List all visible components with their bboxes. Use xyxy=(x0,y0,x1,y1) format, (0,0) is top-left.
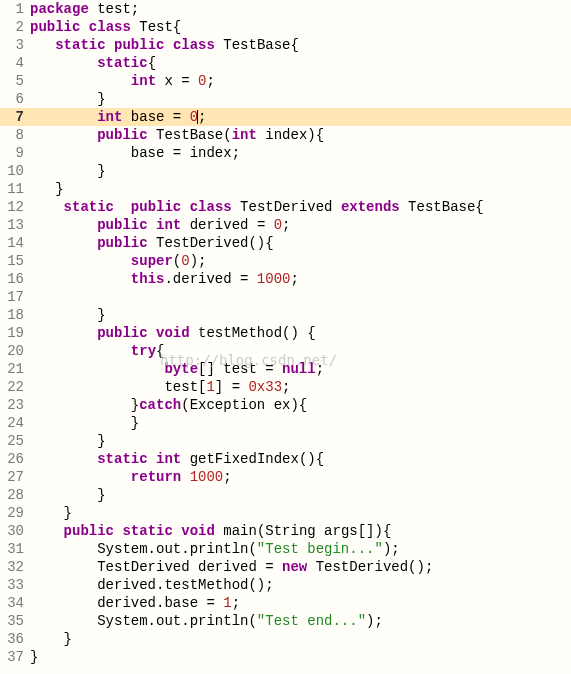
code-line: 32 TestDerived derived = new TestDerived… xyxy=(0,558,571,576)
code-content: public TestBase(int index){ xyxy=(30,126,571,144)
line-number: 35 xyxy=(0,612,30,630)
code-content: derived.testMethod(); xyxy=(30,576,571,594)
code-line: 22 test[1] = 0x33; xyxy=(0,378,571,396)
code-line: 20 try{ xyxy=(0,342,571,360)
code-content: static int getFixedIndex(){ xyxy=(30,450,571,468)
line-number: 5 xyxy=(0,72,30,90)
code-line: 14 public TestDerived(){ xyxy=(0,234,571,252)
code-content: } xyxy=(30,90,571,108)
line-number: 25 xyxy=(0,432,30,450)
line-number: 26 xyxy=(0,450,30,468)
code-line: 37} xyxy=(0,648,571,666)
code-line: 26 static int getFixedIndex(){ xyxy=(0,450,571,468)
code-content: } xyxy=(30,306,571,324)
line-number: 28 xyxy=(0,486,30,504)
line-number: 23 xyxy=(0,396,30,414)
line-number: 33 xyxy=(0,576,30,594)
line-number: 2 xyxy=(0,18,30,36)
line-number: 6 xyxy=(0,90,30,108)
code-line: 28 } xyxy=(0,486,571,504)
code-line: 17 xyxy=(0,288,571,306)
code-content: static{ xyxy=(30,54,571,72)
code-content: static public class TestBase{ xyxy=(30,36,571,54)
line-number: 18 xyxy=(0,306,30,324)
code-line: 5 int x = 0; xyxy=(0,72,571,90)
code-line: 3 static public class TestBase{ xyxy=(0,36,571,54)
line-number: 12 xyxy=(0,198,30,216)
code-line: 9 base = index; xyxy=(0,144,571,162)
code-content: } xyxy=(30,162,571,180)
code-line: 29 } xyxy=(0,504,571,522)
code-content: try{ xyxy=(30,342,571,360)
code-content: super(0); xyxy=(30,252,571,270)
line-number: 17 xyxy=(0,288,30,306)
code-line: 18 } xyxy=(0,306,571,324)
code-line: 1package test; xyxy=(0,0,571,18)
code-line: 23 }catch(Exception ex){ xyxy=(0,396,571,414)
line-number: 14 xyxy=(0,234,30,252)
line-number: 27 xyxy=(0,468,30,486)
code-content: }catch(Exception ex){ xyxy=(30,396,571,414)
code-line: 21 byte[] test = null; xyxy=(0,360,571,378)
code-content: } xyxy=(30,504,571,522)
line-number: 1 xyxy=(0,0,30,18)
code-content: return 1000; xyxy=(30,468,571,486)
line-number: 9 xyxy=(0,144,30,162)
code-content xyxy=(30,288,571,306)
line-number: 15 xyxy=(0,252,30,270)
code-line: 13 public int derived = 0; xyxy=(0,216,571,234)
code-line: 25 } xyxy=(0,432,571,450)
code-line: 6 } xyxy=(0,90,571,108)
code-line: 31 System.out.println("Test begin..."); xyxy=(0,540,571,558)
code-content: test[1] = 0x33; xyxy=(30,378,571,396)
code-line: 7 int base = 0; xyxy=(0,108,571,126)
line-number: 34 xyxy=(0,594,30,612)
code-content: public class Test{ xyxy=(30,18,571,36)
code-content: base = index; xyxy=(30,144,571,162)
code-editor: 1package test;2public class Test{3 stati… xyxy=(0,0,571,666)
code-line: 24 } xyxy=(0,414,571,432)
code-line: 35 System.out.println("Test end..."); xyxy=(0,612,571,630)
code-content: } xyxy=(30,432,571,450)
code-content: public int derived = 0; xyxy=(30,216,571,234)
code-line: 10 } xyxy=(0,162,571,180)
line-number: 10 xyxy=(0,162,30,180)
line-number: 30 xyxy=(0,522,30,540)
code-content: public static void main(String args[]){ xyxy=(30,522,571,540)
code-content: System.out.println("Test begin..."); xyxy=(30,540,571,558)
code-content: } xyxy=(30,486,571,504)
line-number: 4 xyxy=(0,54,30,72)
code-content: System.out.println("Test end..."); xyxy=(30,612,571,630)
line-number: 37 xyxy=(0,648,30,666)
code-content: byte[] test = null; xyxy=(30,360,571,378)
code-content: } xyxy=(30,180,571,198)
line-number: 21 xyxy=(0,360,30,378)
code-line: 11 } xyxy=(0,180,571,198)
code-content: TestDerived derived = new TestDerived(); xyxy=(30,558,571,576)
code-content: int base = 0; xyxy=(30,108,571,126)
code-line: 8 public TestBase(int index){ xyxy=(0,126,571,144)
code-content: this.derived = 1000; xyxy=(30,270,571,288)
code-line: 34 derived.base = 1; xyxy=(0,594,571,612)
line-number: 19 xyxy=(0,324,30,342)
code-content: } xyxy=(30,630,571,648)
code-content: package test; xyxy=(30,0,571,18)
code-content: } xyxy=(30,648,571,666)
line-number: 8 xyxy=(0,126,30,144)
line-number: 16 xyxy=(0,270,30,288)
code-content: static public class TestDerived extends … xyxy=(30,198,571,216)
line-number: 7 xyxy=(0,108,30,126)
line-number: 13 xyxy=(0,216,30,234)
code-line: 12 static public class TestDerived exten… xyxy=(0,198,571,216)
code-content: derived.base = 1; xyxy=(30,594,571,612)
line-number: 36 xyxy=(0,630,30,648)
line-number: 31 xyxy=(0,540,30,558)
code-content: public void testMethod() { xyxy=(30,324,571,342)
line-number: 29 xyxy=(0,504,30,522)
line-number: 32 xyxy=(0,558,30,576)
code-line: 15 super(0); xyxy=(0,252,571,270)
code-content: } xyxy=(30,414,571,432)
code-line: 30 public static void main(String args[]… xyxy=(0,522,571,540)
code-line: 2public class Test{ xyxy=(0,18,571,36)
line-number: 22 xyxy=(0,378,30,396)
